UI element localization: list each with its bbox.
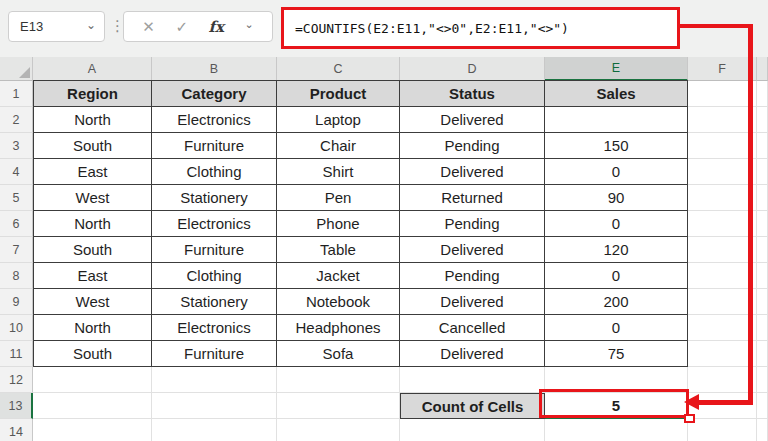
cell-A11[interactable]: South	[33, 341, 152, 367]
cell-C6[interactable]: Phone	[277, 211, 400, 237]
cell-E8[interactable]: 0	[545, 263, 688, 289]
cell-D3[interactable]: Pending	[400, 133, 545, 159]
row-header-14[interactable]: 14	[0, 419, 33, 441]
cell-B7[interactable]: Furniture	[152, 237, 277, 263]
cell-D1[interactable]: Status	[400, 80, 545, 107]
row-header-1[interactable]: 1	[0, 81, 33, 107]
cell-C14[interactable]	[277, 419, 400, 441]
cell-C3[interactable]: Chair	[277, 133, 400, 159]
cell-D2[interactable]: Delivered	[400, 107, 545, 133]
cell-A10[interactable]: North	[33, 315, 152, 341]
cell-C10[interactable]: Headphones	[277, 315, 400, 341]
chevron-down-icon[interactable]: ⌄	[86, 19, 96, 31]
insert-function-icon[interactable]: fx	[209, 18, 224, 36]
cell-A1[interactable]: Region	[33, 80, 152, 107]
cell-F11[interactable]	[688, 341, 757, 367]
cell-F14[interactable]	[688, 419, 757, 441]
cell-A3[interactable]: South	[33, 133, 152, 159]
column-header-E[interactable]: E	[545, 57, 688, 81]
cell-G1[interactable]	[757, 81, 768, 107]
name-box[interactable]: E13 ⌄	[8, 11, 105, 42]
column-header-D[interactable]: D	[400, 57, 545, 81]
formula-input[interactable]: =COUNTIFS(E2:E11,"<>0",E2:E11,"<>")	[281, 7, 680, 49]
row-header-11[interactable]: 11	[0, 341, 33, 367]
cell-E11[interactable]: 75	[545, 341, 688, 367]
cell-G8[interactable]	[757, 263, 768, 289]
cell-D9[interactable]: Delivered	[400, 289, 545, 315]
cell-D7[interactable]: Delivered	[400, 237, 545, 263]
cell-F8[interactable]	[688, 263, 757, 289]
row-header-12[interactable]: 12	[0, 367, 33, 393]
cell-D12[interactable]	[400, 367, 545, 393]
cancel-icon[interactable]: ✕	[142, 18, 155, 36]
cell-C4[interactable]: Shirt	[277, 159, 400, 185]
cell-G2[interactable]	[757, 107, 768, 133]
cell-F4[interactable]	[688, 159, 757, 185]
row-header-5[interactable]: 5	[0, 185, 33, 211]
cell-C2[interactable]: Laptop	[277, 107, 400, 133]
row-header-9[interactable]: 9	[0, 289, 33, 315]
cell-F3[interactable]	[688, 133, 757, 159]
row-header-3[interactable]: 3	[0, 133, 33, 159]
cell-F7[interactable]	[688, 237, 757, 263]
cell-A4[interactable]: East	[33, 159, 152, 185]
cell-D6[interactable]: Pending	[400, 211, 545, 237]
row-header-7[interactable]: 7	[0, 237, 33, 263]
cell-E9[interactable]: 200	[545, 289, 688, 315]
cell-F10[interactable]	[688, 315, 757, 341]
cell-E14[interactable]	[545, 419, 688, 441]
cell-G6[interactable]	[757, 211, 768, 237]
cell-D8[interactable]: Pending	[400, 263, 545, 289]
column-header-F[interactable]: F	[688, 57, 757, 81]
cell-G7[interactable]	[757, 237, 768, 263]
cell-B8[interactable]: Clothing	[152, 263, 277, 289]
cell-G4[interactable]	[757, 159, 768, 185]
cell-A14[interactable]	[33, 419, 152, 441]
cell-G5[interactable]	[757, 185, 768, 211]
cell-B3[interactable]: Furniture	[152, 133, 277, 159]
enter-icon[interactable]: ✓	[175, 18, 188, 36]
row-header-2[interactable]: 2	[0, 107, 33, 133]
cell-D10[interactable]: Cancelled	[400, 315, 545, 341]
cell-B4[interactable]: Clothing	[152, 159, 277, 185]
cell-G11[interactable]	[757, 341, 768, 367]
cell-C12[interactable]	[277, 367, 400, 393]
cell-C5[interactable]: Pen	[277, 185, 400, 211]
cell-A6[interactable]: North	[33, 211, 152, 237]
cell-F2[interactable]	[688, 107, 757, 133]
cell-B9[interactable]: Stationery	[152, 289, 277, 315]
cell-C11[interactable]: Sofa	[277, 341, 400, 367]
cell-G14[interactable]	[757, 419, 768, 441]
cell-F1[interactable]	[688, 81, 757, 107]
column-header-C[interactable]: C	[277, 57, 400, 81]
cell-A12[interactable]	[33, 367, 152, 393]
cell-E4[interactable]: 0	[545, 159, 688, 185]
cell-B12[interactable]	[152, 367, 277, 393]
cell-B11[interactable]: Furniture	[152, 341, 277, 367]
cell-G10[interactable]	[757, 315, 768, 341]
column-header-partial[interactable]	[757, 57, 768, 81]
cell-B2[interactable]: Electronics	[152, 107, 277, 133]
cell-E3[interactable]: 150	[545, 133, 688, 159]
cell-F5[interactable]	[688, 185, 757, 211]
cell-B1[interactable]: Category	[152, 80, 277, 107]
row-header-4[interactable]: 4	[0, 159, 33, 185]
cell-A5[interactable]: West	[33, 185, 152, 211]
summary-label-cell[interactable]: Count of Cells	[400, 393, 545, 419]
cell-G12[interactable]	[757, 367, 768, 393]
cell-D5[interactable]: Returned	[400, 185, 545, 211]
cell-E5[interactable]: 90	[545, 185, 688, 211]
cell-D4[interactable]: Delivered	[400, 159, 545, 185]
cell-F6[interactable]	[688, 211, 757, 237]
cell-G13[interactable]	[757, 393, 768, 419]
cell-E10[interactable]: 0	[545, 315, 688, 341]
cell-D14[interactable]	[400, 419, 545, 441]
cell-A2[interactable]: North	[33, 107, 152, 133]
cell-C1[interactable]: Product	[277, 80, 400, 107]
cell-G3[interactable]	[757, 133, 768, 159]
chevron-down-icon[interactable]: ⌄	[244, 19, 253, 30]
select-all-corner[interactable]	[0, 57, 33, 81]
cell-F9[interactable]	[688, 289, 757, 315]
cell-B13[interactable]	[152, 393, 277, 419]
cell-B14[interactable]	[152, 419, 277, 441]
